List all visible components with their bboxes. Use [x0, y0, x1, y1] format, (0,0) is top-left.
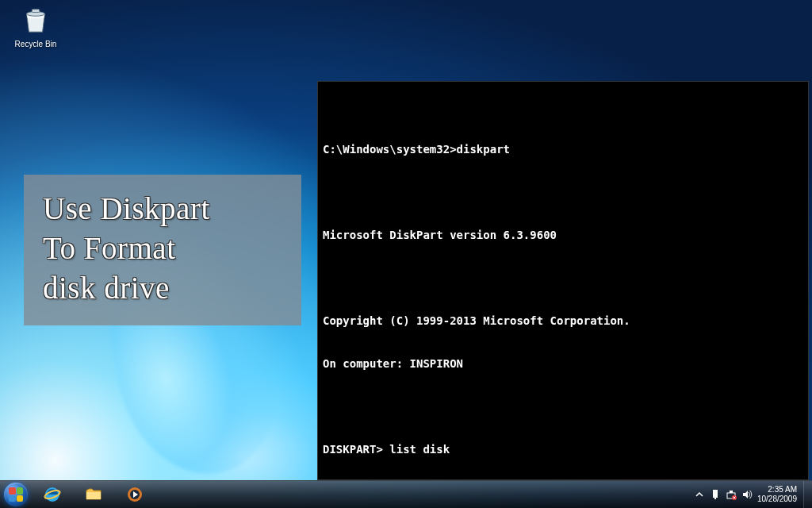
taskbar-clock[interactable]: 2:35 AM 10/28/2009	[757, 485, 797, 504]
cmd-line: Copyright (C) 1999-2013 Microsoft Corpor…	[323, 314, 803, 328]
caption-line-2: To Format	[43, 229, 282, 268]
folder-icon	[84, 485, 103, 504]
command-prompt-body[interactable]: C:\Windows\system32>diskpart Microsoft D…	[318, 110, 808, 480]
svg-rect-7	[714, 498, 716, 499]
command-prompt-window[interactable]: C:\Windows\system32>diskpart Microsoft D…	[317, 81, 809, 480]
volume-icon[interactable]	[741, 489, 753, 500]
cmd-line: On computer: INSPIRON	[323, 356, 803, 371]
start-button[interactable]	[0, 481, 32, 509]
recycle-bin-icon[interactable]: Recycle Bin	[8, 5, 63, 48]
cmd-line	[323, 399, 803, 414]
windows-logo-icon	[4, 483, 28, 506]
caption-line-3: disk drive	[43, 268, 282, 308]
trash-icon	[21, 5, 51, 35]
taskbar: 2:35 AM 10/28/2009	[0, 480, 812, 508]
recycle-bin-label: Recycle Bin	[8, 40, 63, 48]
cmd-line: C:\Windows\system32>diskpart	[323, 142, 803, 156]
clock-date: 10/28/2009	[757, 495, 797, 504]
taskbar-mediaplayer-button[interactable]	[115, 483, 155, 507]
tray-expand-icon[interactable]	[694, 489, 705, 500]
cmd-line: Microsoft DiskPart version 6.3.9600	[323, 228, 803, 242]
caption-overlay: Use Diskpart To Format disk drive	[24, 175, 301, 325]
cmd-line	[323, 271, 803, 285]
taskbar-ie-button[interactable]	[33, 483, 72, 507]
svg-rect-6	[713, 490, 718, 498]
network-icon[interactable]	[726, 489, 737, 500]
media-player-icon	[125, 485, 144, 504]
cmd-line: DISKPART> list disk	[323, 442, 803, 456]
svg-rect-1	[32, 10, 40, 13]
caption-line-1: Use Diskpart	[43, 189, 282, 229]
taskbar-explorer-button[interactable]	[74, 483, 113, 507]
action-center-icon[interactable]	[710, 489, 721, 500]
clock-time: 2:35 AM	[757, 485, 797, 495]
show-desktop-button[interactable]	[803, 481, 812, 509]
internet-explorer-icon	[43, 485, 62, 504]
svg-rect-9	[730, 491, 733, 493]
cmd-line	[323, 185, 803, 199]
system-tray: 2:35 AM 10/28/2009	[694, 485, 803, 504]
